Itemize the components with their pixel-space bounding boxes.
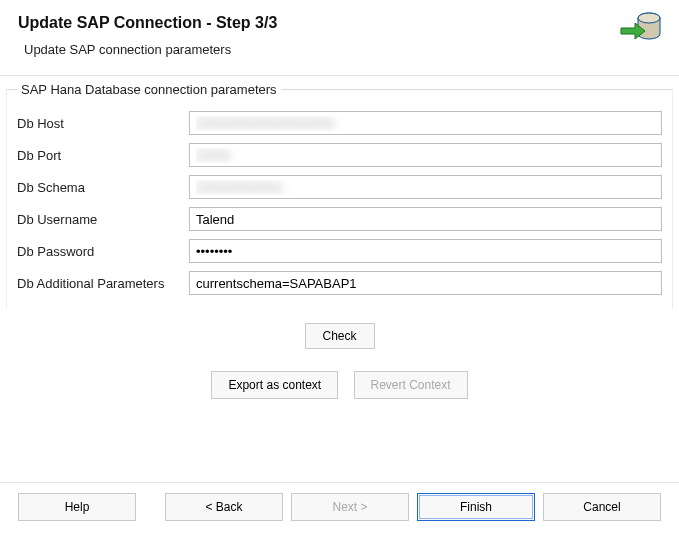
db-password-label: Db Password: [17, 244, 189, 259]
db-password-input[interactable]: [189, 239, 662, 263]
wizard-header: Update SAP Connection - Step 3/3 Update …: [0, 0, 679, 63]
revert-context-button: Revert Context: [354, 371, 468, 399]
db-additional-params-input[interactable]: [189, 271, 662, 295]
svg-point-1: [638, 13, 660, 23]
wizard-content: SAP Hana Database connection parameters …: [0, 82, 679, 399]
wizard-footer: Help < Back Next > Finish Cancel: [0, 482, 679, 535]
db-host-input[interactable]: [189, 111, 662, 135]
next-button: Next >: [291, 493, 409, 521]
finish-button[interactable]: Finish: [417, 493, 535, 521]
db-host-label: Db Host: [17, 116, 189, 131]
db-additional-params-label: Db Additional Parameters: [17, 276, 189, 291]
check-button[interactable]: Check: [305, 323, 375, 349]
connection-params-group: SAP Hana Database connection parameters …: [6, 82, 673, 309]
db-username-label: Db Username: [17, 212, 189, 227]
cancel-button[interactable]: Cancel: [543, 493, 661, 521]
database-arrow-icon: [619, 8, 665, 51]
db-schema-label: Db Schema: [17, 180, 189, 195]
group-legend: SAP Hana Database connection parameters: [17, 82, 281, 97]
db-port-label: Db Port: [17, 148, 189, 163]
wizard-title: Update SAP Connection - Step 3/3: [18, 14, 661, 32]
header-divider: [0, 75, 679, 76]
back-button[interactable]: < Back: [165, 493, 283, 521]
export-as-context-button[interactable]: Export as context: [211, 371, 338, 399]
help-button[interactable]: Help: [18, 493, 136, 521]
db-username-input[interactable]: [189, 207, 662, 231]
wizard-subtitle: Update SAP connection parameters: [18, 42, 661, 57]
db-schema-input[interactable]: [189, 175, 662, 199]
db-port-input[interactable]: [189, 143, 662, 167]
